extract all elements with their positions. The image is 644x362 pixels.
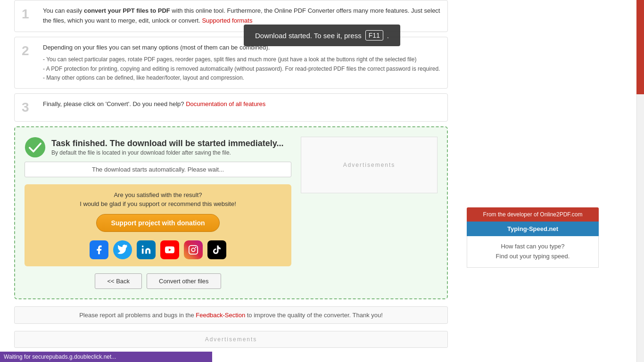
dev-body-line2: Find out your typing speed. [473,252,593,262]
f11-key: F11 [365,30,383,41]
step-number-2: 2 [22,43,36,59]
feedback-before: Please report all problems and bugs in t… [79,312,194,319]
dev-header: From the developer of Online2PDF.com [467,207,599,222]
download-notify-text: Download started. To see it, press [255,32,362,40]
step-2-bullet-2: A PDF protection for printing, copying a… [43,65,440,74]
scrollbar-track[interactable] [636,0,644,362]
step-1-bold: convert your PPT files to PDF [84,7,170,14]
instagram-icon[interactable] [184,240,203,259]
step-2-content: Depending on your files you can set many… [43,43,440,82]
dev-body-line1: How fast can you type? [473,242,593,252]
back-button[interactable]: << Back [95,273,142,289]
ads-box: Advertisements [301,137,438,193]
scrollbar-thumb[interactable] [636,0,644,94]
documentation-link[interactable]: Documentation of all features [186,100,265,107]
twitter-icon[interactable] [113,240,132,259]
download-notify-suffix: . [387,32,389,40]
action-buttons: << Back Convert other files [25,273,291,289]
task-header: Task finished. The download will be star… [25,137,291,158]
status-bar: Waiting for securepubads.g.doubleclick.n… [0,352,212,362]
social-icons-row [32,240,284,259]
task-title-block: Task finished. The download will be star… [51,139,283,156]
step-3-content: Finally, please click on 'Convert'. Do y… [43,99,440,109]
dev-body: How fast can you type? Find out your typ… [467,236,599,268]
step-1-text-before: You can easily [43,7,84,14]
step-3: 3 Finally, please click on 'Convert'. Do… [14,93,448,122]
task-panel-ads: Advertisements [301,137,438,289]
step-1-content: You can easily convert your PPT files to… [43,6,440,26]
supported-formats-link[interactable]: Supported formats [202,17,252,24]
satisfaction-text-2: I would be glad if you support or recomm… [32,200,284,207]
task-title: Task finished. The download will be star… [51,139,283,148]
svg-point-3 [191,248,195,251]
tiktok-icon[interactable] [207,240,226,259]
satisfaction-box: Are you satisfied with the result? I wou… [25,184,291,266]
step-number-1: 1 [22,6,36,22]
feedback-after: to improve the quality of the converter.… [247,312,383,319]
step-number-3: 3 [22,99,36,115]
typing-speed-title[interactable]: Typing-Speed.net [467,222,599,236]
right-sidebar: From the developer of Online2PDF.com Typ… [462,0,603,362]
svg-point-4 [195,247,197,248]
svg-point-0 [25,137,45,157]
convert-other-button[interactable]: Convert other files [147,273,221,289]
step-2-bullet-3: Many other options can be defined, like … [43,74,440,82]
step-3-text: Finally, please click on 'Convert'. Do y… [43,100,186,107]
linkedin-icon[interactable] [137,240,156,259]
feedback-bar: Please report all problems and bugs in t… [14,306,448,324]
bottom-ads: Advertisements [14,331,448,348]
download-progress-bar: The download starts automatically. Pleas… [25,162,291,177]
youtube-icon[interactable] [160,240,179,259]
developer-box: From the developer of Online2PDF.com Typ… [467,207,599,268]
svg-point-1 [142,245,144,247]
step-2-bullets: You can select particular pages, rotate … [43,55,440,82]
task-panel-left: Task finished. The download will be star… [25,137,291,289]
facebook-icon[interactable] [90,240,108,259]
feedback-link[interactable]: Feedback-Section [196,312,245,319]
step-2-main-text: Depending on your files you can set many… [43,44,270,51]
task-subtitle: By default the file is located in your d… [51,149,283,156]
donation-button[interactable]: Support project with donation [96,214,219,232]
step-2-bullet-1: You can select particular pages, rotate … [43,55,440,64]
checkmark-icon [25,137,46,158]
satisfaction-text-1: Are you satisfied with the result? [32,191,284,198]
svg-rect-2 [189,245,198,254]
download-notification: Download started. To see it, press F11 . [244,25,400,46]
task-panel: Task finished. The download will be star… [14,126,448,299]
